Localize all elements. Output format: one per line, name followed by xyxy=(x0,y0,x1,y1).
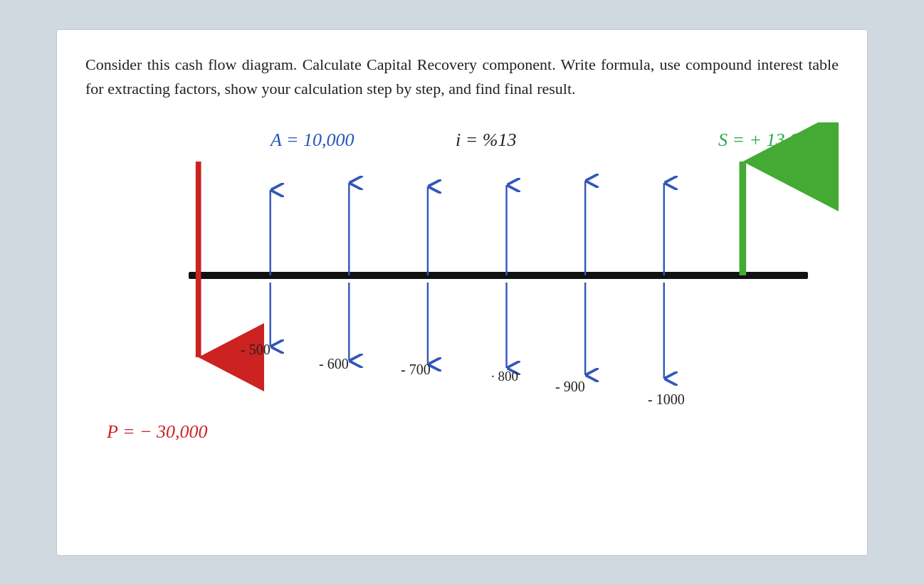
label-A: A = 10,000 xyxy=(271,130,354,151)
val-900: - 900 xyxy=(555,379,585,395)
val-600: - 600 xyxy=(319,356,349,372)
problem-text: Consider this cash flow diagram. Calcula… xyxy=(85,53,839,101)
P-label: P = − 30,000 xyxy=(107,421,208,443)
timeline xyxy=(189,272,808,279)
label-i: i = %13 xyxy=(456,130,516,151)
val-500: - 500 xyxy=(241,342,271,358)
diagram-area: A = 10,000 i = %13 S = + 13,000 xyxy=(85,122,839,450)
val-800: · 800 xyxy=(491,369,518,384)
val-1000: - 1000 xyxy=(648,391,685,408)
diagram-svg xyxy=(85,122,839,450)
label-S: S = + 13,000 xyxy=(718,130,817,151)
val-700: - 700 xyxy=(401,362,431,378)
main-card: Consider this cash flow diagram. Calcula… xyxy=(56,29,868,556)
